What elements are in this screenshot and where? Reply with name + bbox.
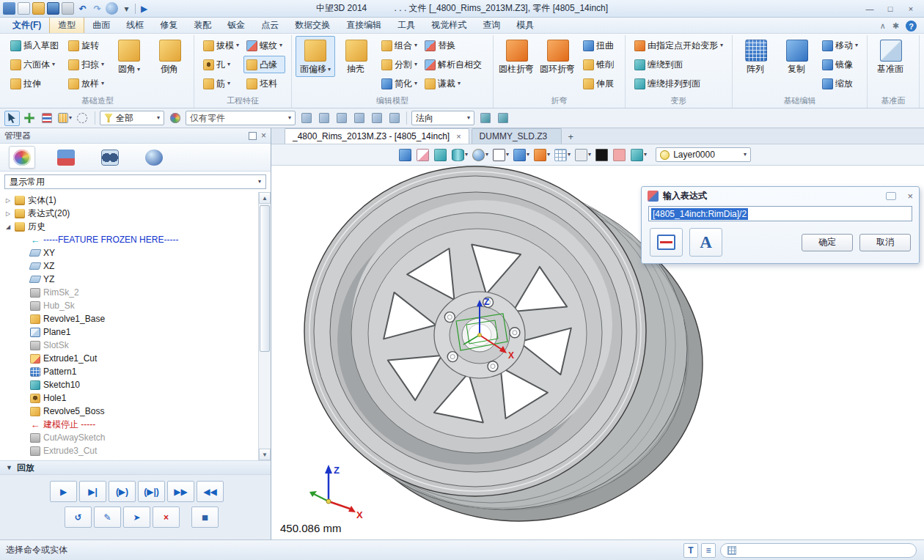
dialog-close-icon[interactable]: × <box>907 191 913 202</box>
tree-item[interactable]: Sketch10 <box>0 378 258 391</box>
ribbon-button[interactable]: 镜像 <box>819 56 861 73</box>
cancel-button[interactable]: 取消 <box>859 234 911 251</box>
dialog-titlebar[interactable]: 输入表达式 × <box>642 187 919 205</box>
view-tool-button[interactable]: ▾ <box>573 147 593 163</box>
selection-tool-button[interactable] <box>75 111 90 126</box>
ribbon-button[interactable]: 拔模 ▾ <box>200 37 242 54</box>
ribbon-tab[interactable]: 修复 <box>152 17 186 33</box>
tree-item[interactable]: Extrude1_Cut <box>0 352 258 365</box>
ribbon-big-button[interactable]: 基准面 <box>871 36 911 77</box>
color-filter-button[interactable] <box>167 111 183 126</box>
ribbon-button[interactable]: 组合 ▾ <box>378 37 420 54</box>
quick-access-icon[interactable] <box>3 2 15 15</box>
quick-access-icon[interactable] <box>32 2 45 15</box>
new-tab-button[interactable]: + <box>564 130 577 143</box>
selection-tool-button[interactable] <box>22 111 37 126</box>
replay-button[interactable]: ▶| <box>79 481 106 502</box>
ribbon-big-button[interactable]: 圆柱折弯 <box>497 36 537 77</box>
ribbon-tab[interactable]: 模具 <box>508 17 542 33</box>
tree-item[interactable]: ▷ 实体(1) <box>0 194 258 207</box>
tree-item[interactable]: Extrude3_Cut <box>0 444 258 457</box>
ribbon-button[interactable]: 分割 ▾ <box>378 56 420 73</box>
ribbon-big-button[interactable]: 抽壳 <box>337 36 376 77</box>
tree-item[interactable]: ▷ 表达式(20) <box>0 207 258 220</box>
ribbon-tab[interactable]: 直接编辑 <box>338 17 389 33</box>
ribbon-button[interactable]: 孔 ▾ <box>200 56 242 73</box>
view-tool-button[interactable]: ▾ <box>471 147 490 163</box>
ribbon-button[interactable]: 解析自相交 <box>422 56 487 73</box>
ribbon-button[interactable]: 凸缘 <box>243 56 285 73</box>
quick-access-icon[interactable] <box>135 4 136 14</box>
expression-input[interactable]: [4805_14inch:RimDia]/2 <box>648 206 912 221</box>
tree-expander-icon[interactable]: ▷ <box>4 210 12 217</box>
ribbon-button[interactable]: 简化 ▾ <box>378 75 420 92</box>
tree-item[interactable]: ◢ 历史 <box>0 220 258 233</box>
ribbon-big-button[interactable]: 阵列 <box>736 36 776 77</box>
tree-item[interactable]: SlotSk <box>0 339 258 352</box>
view-tool-button[interactable]: ▾ <box>491 147 510 163</box>
normal-mode-combo[interactable]: 法向 ▾ <box>411 111 474 125</box>
selection-tool-button[interactable] <box>40 111 55 126</box>
layer-combo[interactable]: Layer0000 ▾ <box>656 147 751 162</box>
snap-tool-button[interactable] <box>334 111 349 126</box>
ribbon-button[interactable]: 谦裁 ▾ <box>422 75 487 92</box>
replay-button[interactable]: (▶) <box>109 481 136 502</box>
status-tool-button[interactable]: T <box>683 543 698 558</box>
ribbon-button[interactable]: 插入草图 <box>7 37 64 54</box>
minimize-button[interactable]: — <box>859 2 880 15</box>
text-mode-button[interactable]: A <box>689 228 722 257</box>
3d-viewport[interactable]: Z X Z X 450.086 mm <box>271 166 924 539</box>
view-tool-button[interactable]: ▾ <box>629 147 648 163</box>
quick-access-icon[interactable] <box>76 2 89 15</box>
view-tool-button[interactable]: ▾ <box>450 147 469 163</box>
ribbon-tab[interactable]: 造型 <box>49 16 84 33</box>
tree-item[interactable]: Plane1 <box>0 325 258 339</box>
snap-tool-button[interactable] <box>298 111 314 126</box>
document-tab[interactable]: DUMMY_SLD.Z3 <box>472 128 562 144</box>
maximize-button[interactable]: □ <box>880 2 901 15</box>
view-tool-button[interactable]: ▾ <box>532 147 551 163</box>
tree-scrollbar[interactable]: ▲ ▼ <box>258 192 271 460</box>
ribbon-big-button[interactable]: 倒角 <box>150 36 190 77</box>
replay-button[interactable]: ■ <box>191 506 219 528</box>
selection-tool-button[interactable]: ▾ <box>57 111 73 126</box>
selection-tool-button[interactable] <box>4 111 20 126</box>
view-tool-button[interactable] <box>433 147 449 163</box>
scroll-up-icon[interactable]: ▲ <box>259 192 271 204</box>
quick-access-icon[interactable] <box>47 2 59 15</box>
manager-tab[interactable] <box>53 146 79 169</box>
view-tool-button[interactable] <box>594 147 610 163</box>
ribbon-button[interactable]: 替换 <box>422 37 487 54</box>
ribbon-button[interactable]: 旋转 <box>65 37 107 54</box>
replay-button[interactable]: × <box>153 506 180 528</box>
tree-item[interactable]: -----FEATURE FROZ­EN HERE----- <box>0 233 258 246</box>
tree-item[interactable]: XZ <box>0 259 258 273</box>
ribbon-button[interactable]: 放样 ▾ <box>65 75 107 92</box>
tree-item[interactable]: YZ <box>0 273 258 286</box>
ribbon-button[interactable]: 扫掠 ▾ <box>65 56 107 73</box>
view-tool-button[interactable] <box>397 147 414 163</box>
ribbon-tab[interactable]: 文件(F) <box>4 17 49 33</box>
replay-button[interactable]: ◀◀ <box>197 481 224 502</box>
ribbon-big-button[interactable]: 面偏移▾ <box>296 36 335 77</box>
snap-tool-button[interactable] <box>369 111 384 126</box>
view-tool-button[interactable]: ▾ <box>512 147 531 163</box>
view-tool-button[interactable]: ▾ <box>553 147 572 163</box>
replay-button[interactable]: ↺ <box>65 506 92 528</box>
ribbon-tab[interactable]: 钣金 <box>219 17 253 33</box>
scroll-down-icon[interactable]: ▼ <box>259 449 271 460</box>
quick-access-icon[interactable] <box>138 2 150 15</box>
tree-filter-combo[interactable]: 显示常用 ▾ <box>4 174 266 189</box>
tree-expander-icon[interactable]: ▷ <box>4 197 12 204</box>
ribbon-tab[interactable]: 工具 <box>389 17 423 33</box>
tree-item[interactable]: 建模停止 ----- <box>0 418 258 431</box>
normal-tool-button[interactable] <box>495 111 510 126</box>
replay-header[interactable]: ▼ 回放 <box>0 460 271 475</box>
ribbon-button[interactable]: 六面体 ▾ <box>7 56 64 73</box>
snap-tool-button[interactable] <box>386 111 402 126</box>
view-tool-button[interactable] <box>415 147 431 163</box>
document-tab[interactable]: _4800_Rims_2013M.Z3 - [4805_14inch] × <box>285 128 469 144</box>
ribbon-big-button[interactable]: 复制 <box>777 36 817 77</box>
tree-item[interactable]: Pattern1 <box>0 365 258 378</box>
ribbon-utility-icon[interactable]: ∧ <box>880 21 886 31</box>
